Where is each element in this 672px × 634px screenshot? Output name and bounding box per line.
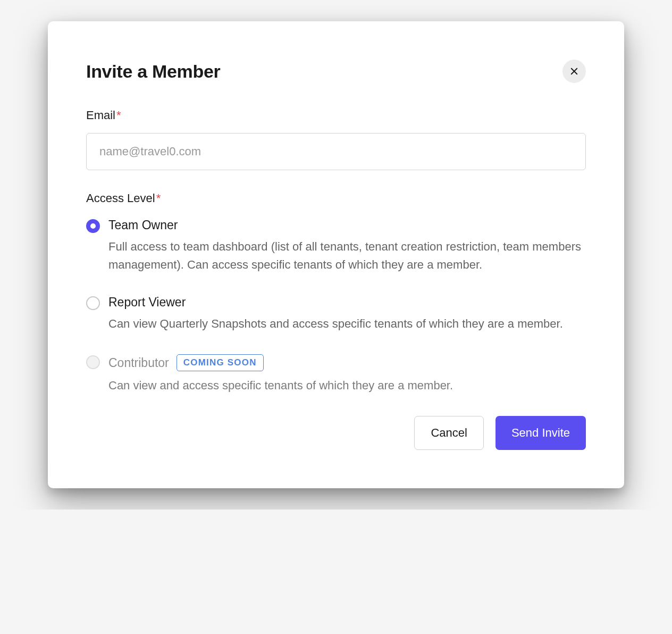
email-label: Email* xyxy=(86,109,586,122)
radio-title-row: Team Owner xyxy=(108,218,586,232)
radio-description: Full access to team dashboard (list of a… xyxy=(108,238,586,274)
radio-title: Team Owner xyxy=(108,218,178,232)
email-input[interactable] xyxy=(86,133,586,170)
radio-title-row: Contributor COMING SOON xyxy=(108,354,586,371)
send-invite-button[interactable]: Send Invite xyxy=(495,416,586,450)
email-label-text: Email xyxy=(86,109,115,122)
radio-description: Can view Quarterly Snapshots and access … xyxy=(108,315,586,333)
access-level-label: Access Level* xyxy=(86,191,586,205)
coming-soon-badge: COMING SOON xyxy=(177,354,264,371)
radio-contributor xyxy=(86,355,100,369)
required-indicator: * xyxy=(116,109,121,122)
radio-team-owner[interactable] xyxy=(86,219,100,233)
radio-content: Team Owner Full access to team dashboard… xyxy=(108,218,586,274)
required-indicator: * xyxy=(156,191,161,205)
radio-option-report-viewer[interactable]: Report Viewer Can view Quarterly Snapsho… xyxy=(86,295,586,333)
radio-report-viewer[interactable] xyxy=(86,296,100,310)
radio-description: Can view and access specific tenants of … xyxy=(108,377,586,395)
email-field-group: Email* xyxy=(86,109,586,170)
radio-option-team-owner[interactable]: Team Owner Full access to team dashboard… xyxy=(86,218,586,274)
modal-title: Invite a Member xyxy=(86,61,220,82)
radio-content: Contributor COMING SOON Can view and acc… xyxy=(108,354,586,395)
access-level-label-text: Access Level xyxy=(86,191,155,205)
radio-option-contributor: Contributor COMING SOON Can view and acc… xyxy=(86,354,586,395)
modal-footer: Cancel Send Invite xyxy=(86,416,586,450)
radio-content: Report Viewer Can view Quarterly Snapsho… xyxy=(108,295,586,333)
close-icon xyxy=(569,66,579,76)
cancel-button[interactable]: Cancel xyxy=(414,416,483,450)
radio-title-row: Report Viewer xyxy=(108,295,586,310)
invite-member-modal: Invite a Member Email* Access Level* Tea… xyxy=(48,21,624,488)
close-button[interactable] xyxy=(562,60,586,83)
radio-title: Report Viewer xyxy=(108,295,186,310)
radio-title: Contributor xyxy=(108,356,169,370)
modal-header: Invite a Member xyxy=(86,60,586,83)
